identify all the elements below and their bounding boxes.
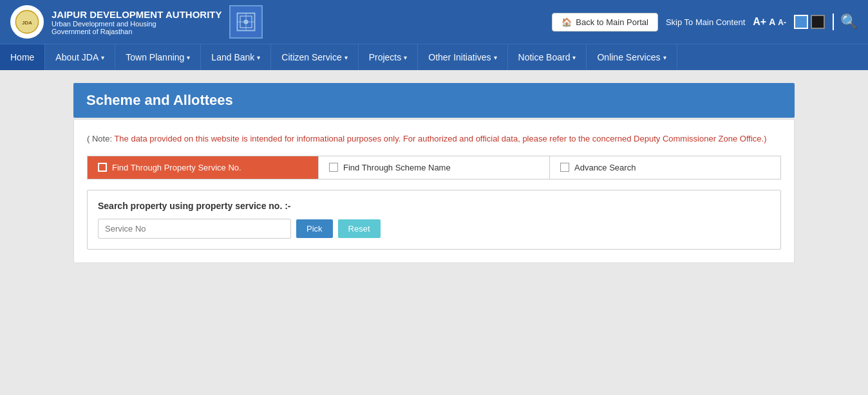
color-theme-controls	[794, 15, 825, 29]
nav-item-land-bank[interactable]: Land Bank ▾	[201, 44, 271, 70]
tab-checkbox-3	[560, 163, 569, 172]
page-title-text: Scheme and Allottees	[86, 92, 233, 108]
nav-bar: Home About JDA ▾ Town Planning ▾ Land Ba…	[0, 44, 868, 70]
nav-item-notice-board[interactable]: Notice Board ▾	[508, 44, 587, 70]
font-size-decrease[interactable]: A-	[778, 18, 786, 27]
font-size-increase[interactable]: A+	[753, 16, 766, 28]
chevron-down-icon: ▾	[404, 54, 407, 61]
note-paragraph: ( Note: The data provided on this websit…	[87, 133, 781, 145]
tab-label-3: Advance Search	[574, 163, 636, 172]
back-portal-label: Back to Main Portal	[576, 17, 648, 27]
nav-item-citizen-service[interactable]: Citizen Service ▾	[271, 44, 358, 70]
top-bar-controls: 🏠 Back to Main Portal Skip To Main Conte…	[552, 13, 858, 32]
reset-button[interactable]: Reset	[338, 219, 381, 238]
jda-emblem	[229, 5, 263, 39]
home-icon: 🏠	[561, 17, 572, 27]
content-card: ( Note: The data provided on this websit…	[73, 119, 795, 263]
tab-property-service-no[interactable]: Find Through Property Service No.	[88, 156, 319, 179]
org-sub2: Government of Rajasthan	[52, 28, 222, 35]
theme-dark-button[interactable]	[811, 15, 825, 29]
pick-button[interactable]: Pick	[296, 219, 333, 238]
main-content: Scheme and Allottees ( Note: The data pr…	[67, 83, 801, 282]
nav-item-online-services[interactable]: Online Services ▾	[587, 44, 677, 70]
svg-point-6	[244, 19, 249, 24]
org-info: JDA JAIPUR DEVELOPMENT AUTHORITY Urban D…	[10, 5, 263, 39]
tab-label-1: Find Through Property Service No.	[112, 163, 241, 172]
page-title: Scheme and Allottees	[73, 83, 795, 118]
font-size-controls: A+ A A-	[753, 16, 786, 28]
search-tabs: Find Through Property Service No. Find T…	[87, 156, 781, 179]
search-heading: Search property using property service n…	[98, 201, 770, 211]
chevron-down-icon: ▾	[257, 54, 260, 61]
tab-advance-search[interactable]: Advance Search	[550, 156, 780, 179]
org-title: JAIPUR DEVELOPMENT AUTHORITY Urban Devel…	[52, 9, 222, 35]
nav-item-town-planning[interactable]: Town Planning ▾	[115, 44, 201, 70]
back-portal-button[interactable]: 🏠 Back to Main Portal	[552, 13, 658, 32]
tab-checkbox-2	[329, 163, 338, 172]
tab-checkbox-1	[98, 163, 107, 172]
search-section: Search property using property service n…	[87, 190, 781, 250]
chevron-down-icon: ▾	[344, 54, 348, 61]
top-bar: JDA JAIPUR DEVELOPMENT AUTHORITY Urban D…	[0, 0, 868, 44]
chevron-down-icon: ▾	[101, 54, 104, 61]
chevron-down-icon: ▾	[494, 54, 497, 61]
nav-item-about[interactable]: About JDA ▾	[45, 44, 115, 70]
nav-item-home[interactable]: Home	[0, 44, 45, 70]
font-size-normal[interactable]: A	[769, 17, 775, 27]
logo: JDA	[10, 5, 44, 39]
tab-label-2: Find Through Scheme Name	[343, 163, 451, 172]
search-icon[interactable]: 🔍	[833, 14, 858, 30]
chevron-down-icon: ▾	[663, 54, 666, 61]
search-row: Pick Reset	[98, 219, 770, 239]
nav-item-projects[interactable]: Projects ▾	[359, 44, 419, 70]
skip-to-main-link[interactable]: Skip To Main Content	[666, 17, 745, 27]
tab-scheme-name[interactable]: Find Through Scheme Name	[319, 156, 550, 179]
chevron-down-icon: ▾	[187, 54, 190, 61]
theme-blue-button[interactable]	[794, 15, 808, 29]
svg-text:JDA: JDA	[22, 20, 32, 26]
org-sub1: Urban Development and Housing	[52, 20, 222, 28]
note-body: The data provided on this website is int…	[114, 134, 766, 143]
service-no-input[interactable]	[98, 219, 291, 239]
note-label: ( Note:	[87, 134, 114, 143]
org-name: JAIPUR DEVELOPMENT AUTHORITY	[52, 9, 222, 20]
nav-item-other-initiatives[interactable]: Other Initiatives ▾	[418, 44, 507, 70]
chevron-down-icon: ▾	[572, 54, 576, 61]
